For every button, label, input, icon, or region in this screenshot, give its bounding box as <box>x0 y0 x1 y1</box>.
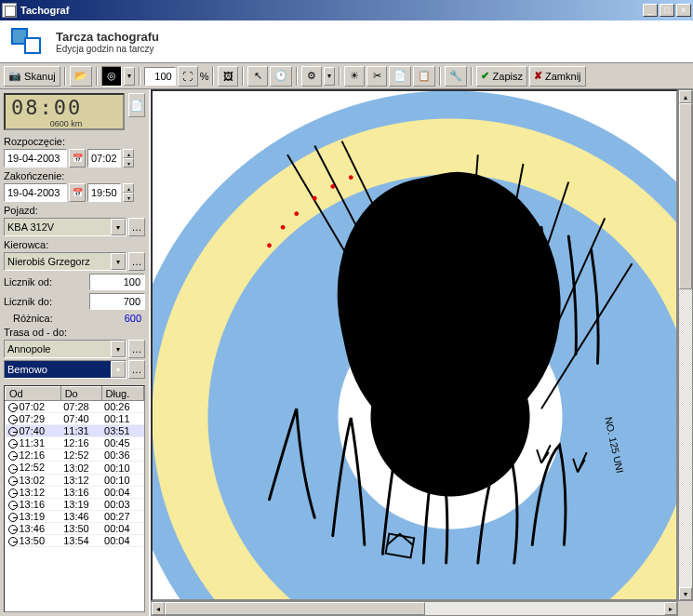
lcd-km: 0600 km <box>11 119 82 128</box>
vehicle-label: Pojazd: <box>4 205 145 216</box>
lcd-display: 08:00 0600 km <box>4 93 125 130</box>
route-from-combo[interactable]: Annopole <box>4 340 127 358</box>
cut-button[interactable]: ✂ <box>366 66 387 87</box>
gear-button[interactable]: ⚙ <box>301 66 322 87</box>
hscrollbar[interactable]: ◂ ▸ <box>151 601 678 616</box>
driver-dropdown-arrow[interactable] <box>111 253 126 270</box>
start-time-down[interactable]: ▾ <box>123 158 134 167</box>
pointer-button[interactable]: ↖ <box>247 66 268 87</box>
table-row[interactable]: 07:2907:4000:11 <box>6 413 144 425</box>
target-dropdown[interactable] <box>124 67 135 86</box>
page-subtitle: Edycja godzin na tarczy <box>56 44 159 54</box>
time-table[interactable]: Od Do Dług. 07:0207:2800:2607:2907:4000:… <box>4 385 145 612</box>
header-icon <box>11 28 45 56</box>
scissors-icon: ✂ <box>373 70 381 82</box>
vehicle-combo[interactable]: KBA 312V <box>4 218 127 236</box>
odo-to-label: Licznik do: <box>4 296 52 307</box>
end-time-down[interactable]: ▾ <box>123 193 134 202</box>
table-row[interactable]: 13:5013:5400:04 <box>6 535 144 547</box>
col-od[interactable]: Od <box>6 387 61 401</box>
odo-from-input[interactable] <box>89 274 145 290</box>
end-date-input[interactable] <box>4 183 67 202</box>
clock-icon <box>8 427 18 436</box>
lcd-side-button[interactable]: 📄 <box>128 93 145 117</box>
scan-button[interactable]: 📷 Skanuj <box>4 66 60 87</box>
clock-icon <box>8 439 18 449</box>
route-to-more[interactable]: … <box>128 360 145 379</box>
pointer-icon: ↖ <box>254 70 262 82</box>
paste-button[interactable]: 📋 <box>413 66 435 87</box>
table-row[interactable]: 07:0207:2800:26 <box>6 401 144 413</box>
table-row[interactable]: 13:4613:5000:04 <box>6 522 144 534</box>
image-icon: 🖼 <box>223 71 233 82</box>
brightness-button[interactable]: ☀ <box>344 66 365 87</box>
table-row[interactable]: 11:3112:1600:45 <box>6 437 144 449</box>
diff-value: 600 <box>125 313 145 324</box>
x-icon: ✘ <box>534 70 542 82</box>
scroll-down[interactable]: ▾ <box>679 587 692 600</box>
close-label: Zamknij <box>545 71 581 82</box>
toolbar: 📷 Skanuj 📂 ◎ ⛶ % 🖼 ↖ 🕐 ⚙ ☀ ✂ 📄 📋 🔧 ✔ Zap… <box>0 63 693 89</box>
clock-icon <box>8 451 18 461</box>
table-row[interactable]: 13:0213:1200:10 <box>6 474 144 486</box>
clock-icon <box>8 501 18 510</box>
col-dlug[interactable]: Dług. <box>101 387 143 401</box>
hscroll-thumb[interactable] <box>165 602 425 615</box>
header: Tarcza tachografu Edycja godzin na tarcz… <box>0 20 693 63</box>
open-button[interactable]: 📂 <box>70 66 92 87</box>
clock-icon <box>8 489 18 498</box>
target-button[interactable]: ◎ <box>101 66 122 87</box>
start-date-cal[interactable]: 📅 <box>69 149 86 167</box>
zoom-input[interactable] <box>144 67 176 86</box>
table-row[interactable]: 12:1612:5200:36 <box>6 449 144 462</box>
image-button[interactable]: 🖼 <box>218 66 238 87</box>
clock-tool-button[interactable]: 🕐 <box>270 66 292 87</box>
driver-more-button[interactable]: … <box>128 252 145 271</box>
end-time-input[interactable] <box>87 183 121 202</box>
route-from-arrow[interactable] <box>111 341 126 357</box>
disc-canvas[interactable]: CAB. NO. 125 UNI <box>151 89 678 601</box>
table-row[interactable]: 13:1913:4600:27 <box>6 510 144 522</box>
copy-button[interactable]: 📄 <box>389 66 411 87</box>
driver-combo[interactable]: Nierobiś Grzegorz <box>4 252 127 271</box>
clock-icon <box>8 537 18 546</box>
odo-from-label: Licznik od: <box>4 276 52 288</box>
table-row[interactable]: 13:1613:1900:03 <box>6 498 144 510</box>
save-button[interactable]: ✔ Zapisz <box>476 66 526 87</box>
col-do[interactable]: Do <box>60 387 101 401</box>
odo-to-input[interactable] <box>89 293 145 310</box>
start-time-input[interactable] <box>87 149 121 167</box>
scroll-up[interactable]: ▴ <box>679 90 692 103</box>
close-window-button[interactable]: × <box>676 4 691 17</box>
vehicle-dropdown-arrow[interactable] <box>111 219 126 235</box>
scroll-right[interactable]: ▸ <box>664 602 677 615</box>
scan-label: Skanuj <box>24 71 56 82</box>
clock-icon: 🕐 <box>274 70 287 82</box>
zoom-fit-button[interactable]: ⛶ <box>178 66 198 87</box>
maximize-button[interactable]: □ <box>660 4 674 17</box>
vehicle-more-button[interactable]: … <box>128 218 145 236</box>
clock-icon <box>8 403 18 412</box>
app-icon <box>2 3 17 18</box>
page-title: Tarcza tachografu <box>56 30 159 44</box>
start-time-up[interactable]: ▴ <box>123 149 134 158</box>
clock-icon <box>8 464 18 474</box>
scroll-left[interactable]: ◂ <box>152 602 165 615</box>
route-to-arrow[interactable] <box>111 361 126 378</box>
route-to-combo[interactable]: Bemowo <box>4 360 127 379</box>
close-button[interactable]: ✘ Zamknij <box>529 66 586 87</box>
vscrollbar[interactable]: ▴ ▾ <box>678 89 693 601</box>
route-from-more[interactable]: … <box>128 340 145 358</box>
table-row[interactable]: 12:5213:0200:10 <box>6 462 144 474</box>
end-time-up[interactable]: ▴ <box>123 183 134 193</box>
start-date-input[interactable] <box>4 149 67 167</box>
wrench-button[interactable]: 🔧 <box>445 66 467 87</box>
gear-dropdown[interactable] <box>324 67 335 86</box>
table-row[interactable]: 07:4011:3103:51 <box>6 425 144 437</box>
vehicle-value: KBA 312V <box>7 221 54 233</box>
vscroll-thumb[interactable] <box>679 103 692 289</box>
fit-icon: ⛶ <box>182 71 193 82</box>
table-row[interactable]: 13:1213:1600:04 <box>6 486 144 498</box>
end-date-cal[interactable]: 📅 <box>69 183 86 202</box>
minimize-button[interactable]: _ <box>643 4 658 17</box>
